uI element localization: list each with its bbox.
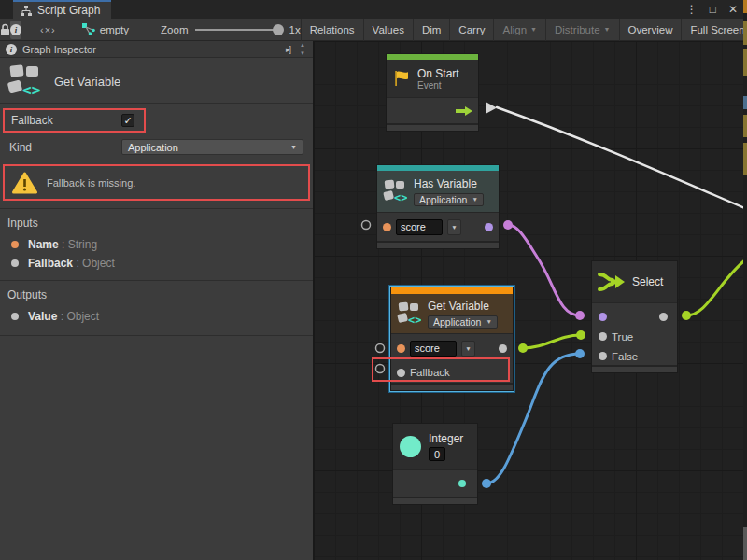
divider <box>0 103 313 104</box>
selection-output-port[interactable] <box>659 313 668 321</box>
node-title: On Start <box>417 67 459 80</box>
caret-down-icon: ▼ <box>604 26 611 33</box>
variable-name-dropdown[interactable]: ▼ <box>447 219 461 235</box>
node-title: Get Variable <box>428 300 498 313</box>
name-input-port[interactable] <box>383 223 391 231</box>
orange-color-bar <box>391 287 513 294</box>
variable-kind-dropdown[interactable]: Application ▼ <box>414 193 484 206</box>
true-input-port[interactable] <box>599 332 607 341</box>
info-icon: i <box>10 24 21 35</box>
script-graph-window: Script Graph ⋮ □ ✕ i ‹×› <box>0 0 747 560</box>
zoom-slider-knob[interactable] <box>273 24 284 35</box>
panel-scrollbar[interactable]: ▲ ▼ <box>296 41 309 58</box>
lock-button[interactable] <box>0 19 10 41</box>
overview-button[interactable]: Overview <box>619 19 682 41</box>
node-get-variable[interactable]: <> Get Variable Application ▼ score ▼ Fa… <box>390 287 514 391</box>
flag-icon <box>392 69 411 88</box>
info-toggle-button[interactable]: i <box>10 21 21 39</box>
inspector-header: i Graph Inspector ▸] ▲ ▼ <box>0 41 313 58</box>
fallback-input-port[interactable] <box>397 369 405 377</box>
port-dot <box>11 241 19 248</box>
graph-inspector-panel: i Graph Inspector ▸] ▲ ▼ <> Get Variable… <box>0 41 314 560</box>
title-bar: Script Graph ⋮ □ ✕ <box>0 0 747 19</box>
right-edge-strip <box>743 0 747 560</box>
align-button[interactable]: Align▼ <box>493 19 545 41</box>
tab-script-graph[interactable]: Script Graph <box>13 0 111 19</box>
svg-text:<>: <> <box>408 314 421 326</box>
zoom-slider[interactable] <box>195 29 281 31</box>
name-input-port[interactable] <box>397 344 405 353</box>
graph-pointer-label: empty <box>100 24 129 35</box>
value-output-port[interactable] <box>499 344 507 353</box>
caret-down-icon: ▼ <box>465 345 471 352</box>
integer-output-port[interactable] <box>458 480 466 487</box>
input-row: Name : String <box>0 235 313 254</box>
carry-button[interactable]: Carry <box>449 19 493 41</box>
caret-down-icon: ▼ <box>486 318 491 325</box>
scroll-up-icon: ▲ <box>300 41 305 49</box>
kind-dropdown[interactable]: Application ▼ <box>121 139 303 155</box>
graph-toolbar: i ‹×› empty Zoom 1x Relations Values Dim <box>0 19 747 41</box>
node-footer <box>391 383 513 390</box>
true-port-label: True <box>612 331 633 343</box>
variable-kind-dropdown[interactable]: Application ▼ <box>428 315 498 329</box>
lock-icon <box>0 23 10 35</box>
node-footer <box>592 365 677 372</box>
variable-name-field[interactable]: score <box>410 341 457 357</box>
warning-icon <box>12 172 37 194</box>
select-merge-icon <box>598 271 626 293</box>
node-on-start[interactable]: On Start Event <box>386 53 479 132</box>
kind-property-row: Kind Application ▼ <box>9 139 303 155</box>
unit-title: Get Variable <box>54 75 120 89</box>
node-title: Integer <box>429 432 463 445</box>
distribute-button[interactable]: Distribute▼ <box>545 19 619 41</box>
result-output-port[interactable] <box>485 223 493 231</box>
warning-text: Fallback is missing. <box>47 177 135 189</box>
code-preview-button[interactable]: ‹×› <box>40 19 56 41</box>
svg-text:<>: <> <box>22 81 40 99</box>
node-title: Has Variable <box>414 177 484 190</box>
condition-input-port[interactable] <box>599 313 607 321</box>
window-menu-icon[interactable]: ⋮ <box>686 3 698 16</box>
node-footer <box>393 497 477 504</box>
divider <box>0 335 313 336</box>
close-icon[interactable]: ✕ <box>728 3 738 16</box>
integer-value-field[interactable]: 0 <box>429 447 445 461</box>
port-dot <box>11 259 19 267</box>
graph-pointer-button[interactable]: empty <box>75 19 136 41</box>
maximize-icon[interactable]: □ <box>710 3 716 16</box>
values-button[interactable]: Values <box>363 19 413 41</box>
graph-canvas[interactable] <box>314 41 743 560</box>
variable-name-dropdown[interactable]: ▼ <box>461 341 475 357</box>
inputs-section-title: Inputs <box>0 209 313 235</box>
fallback-port-label: Fallback <box>410 367 450 378</box>
check-icon: ✓ <box>123 116 132 126</box>
fullscreen-button[interactable]: Full Screen <box>681 19 747 41</box>
scroll-down-icon: ▼ <box>300 49 305 58</box>
tab-title: Script Graph <box>37 4 100 17</box>
node-select[interactable]: Select True False <box>591 260 678 373</box>
graph-pointer-icon <box>82 23 96 35</box>
false-input-port[interactable] <box>599 352 607 360</box>
relations-button[interactable]: Relations <box>301 19 363 41</box>
node-integer[interactable]: Integer 0 <box>392 423 478 505</box>
toolbar-actions: Relations Values Dim Carry Align▼ Distri… <box>301 19 747 41</box>
fallback-checkbox[interactable]: ✓ <box>121 114 134 127</box>
panel-pop-icon[interactable]: ▸] <box>286 45 290 54</box>
graph-hierarchy-icon <box>21 6 32 16</box>
integer-type-icon <box>399 435 422 458</box>
port-dot <box>11 313 19 320</box>
variable-name-field[interactable]: score <box>396 219 443 235</box>
dim-button[interactable]: Dim <box>413 19 449 41</box>
node-subtitle: Event <box>417 80 459 91</box>
exec-output-port[interactable] <box>456 105 472 117</box>
output-row: Value : Object <box>0 307 313 326</box>
variable-icon: <> <box>7 63 41 99</box>
caret-down-icon: ▼ <box>290 144 297 150</box>
svg-text:<>: <> <box>394 191 407 203</box>
node-has-variable[interactable]: <> Has Variable Application ▼ score ▼ <box>376 164 500 249</box>
kind-label: Kind <box>9 141 121 154</box>
input-row: Fallback : Object <box>0 254 313 273</box>
variable-icon: <> <box>383 179 407 203</box>
zoom-label: Zoom <box>161 24 188 35</box>
